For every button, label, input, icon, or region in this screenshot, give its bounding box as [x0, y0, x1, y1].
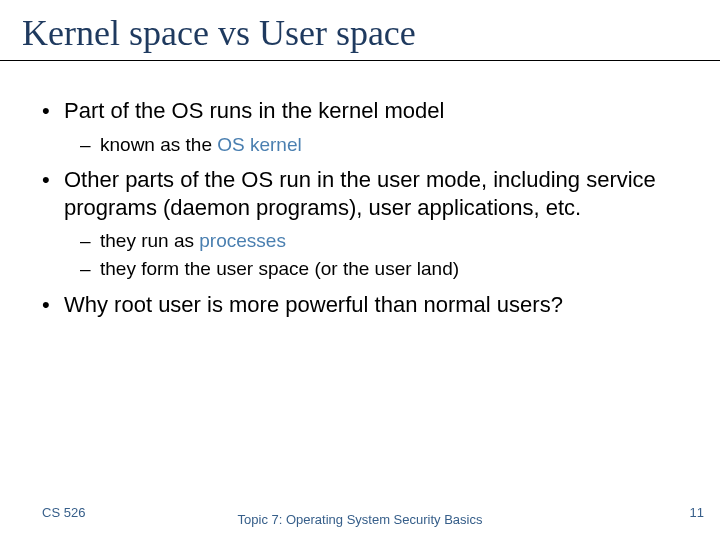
footer-page-number: 11: [690, 505, 704, 520]
slide-title: Kernel space vs User space: [0, 0, 720, 60]
footer-left: CS 526: [42, 505, 85, 520]
sub-bullet-text: known as the: [100, 134, 217, 155]
slide-content: Part of the OS runs in the kernel model …: [0, 61, 720, 318]
accent-text: OS kernel: [217, 134, 301, 155]
sub-bullet-item: they run as processes: [20, 229, 700, 253]
bullet-item: Why root user is more powerful than norm…: [20, 291, 700, 319]
accent-text: processes: [199, 230, 286, 251]
bullet-item: Part of the OS runs in the kernel model: [20, 97, 700, 125]
sub-bullet-item: known as the OS kernel: [20, 133, 700, 157]
footer-center: Topic 7: Operating System Security Basic…: [238, 512, 483, 528]
sub-bullet-item: they form the user space (or the user la…: [20, 257, 700, 281]
bullet-item: Other parts of the OS run in the user mo…: [20, 166, 700, 221]
sub-bullet-text: they run as: [100, 230, 199, 251]
